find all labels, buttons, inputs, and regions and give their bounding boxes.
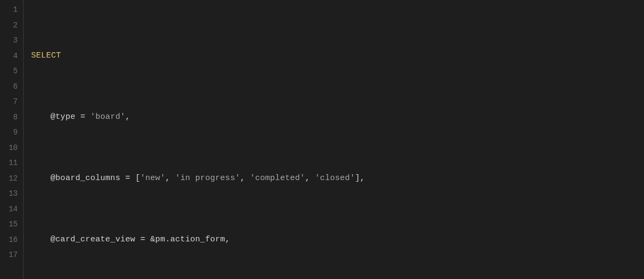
line-number: 16 <box>0 232 18 248</box>
line-number: 2 <box>0 18 18 33</box>
line-number: 5 <box>0 63 18 79</box>
code-editor: 1 2 3 4 5 6 7 8 9 10 11 12 13 14 15 16 1… <box>0 0 644 279</box>
string: 'board' <box>90 112 125 121</box>
line-number: 11 <box>0 155 18 171</box>
variable: @type <box>50 112 76 121</box>
line-number: 13 <box>0 186 18 202</box>
code-line: @card_create_view = &pm.action_form, <box>31 232 644 248</box>
code-line: @board_columns = ['new', 'in progress', … <box>31 171 644 187</box>
line-number: 15 <box>0 217 18 232</box>
line-number: 4 <box>0 48 18 64</box>
line-number: 14 <box>0 202 18 217</box>
line-number: 1 <box>0 2 18 18</box>
code-area[interactable]: SELECT @type = 'board', @board_columns =… <box>24 0 644 279</box>
line-number: 17 <box>0 247 18 263</box>
variable: @board_columns <box>50 174 120 183</box>
line-number: 9 <box>0 125 18 140</box>
line-number: 10 <box>0 140 18 156</box>
keyword-select: SELECT <box>31 51 61 60</box>
line-number: 8 <box>0 110 18 125</box>
line-number: 6 <box>0 79 18 95</box>
line-number: 12 <box>0 171 18 187</box>
line-number-gutter: 1 2 3 4 5 6 7 8 9 10 11 12 13 14 15 16 1… <box>0 0 24 279</box>
line-number: 3 <box>0 33 18 48</box>
code-line: SELECT <box>31 48 644 64</box>
code-line: @type = 'board', <box>31 110 644 125</box>
variable: @card_create_view <box>50 235 135 244</box>
line-number: 7 <box>0 94 18 110</box>
